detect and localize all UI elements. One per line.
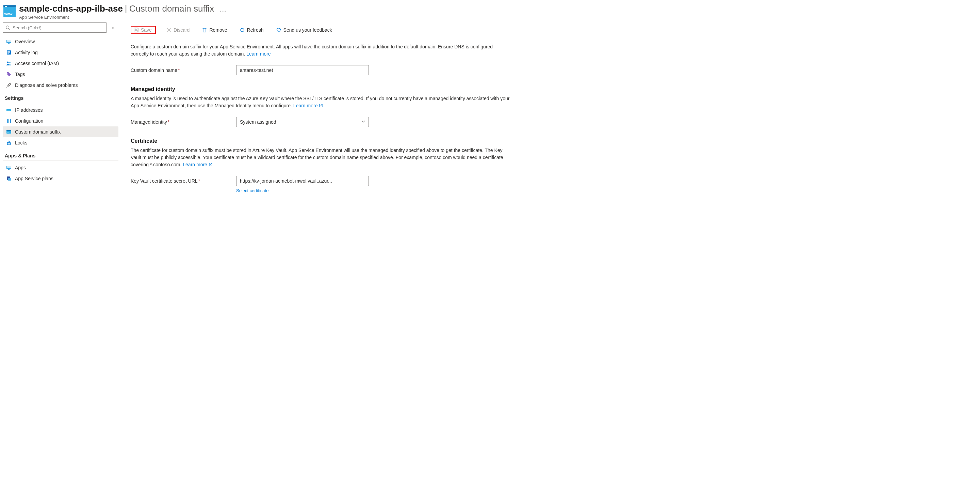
refresh-label: Refresh bbox=[247, 27, 264, 33]
sidebar-item-access-control[interactable]: Access control (IAM) bbox=[3, 58, 118, 69]
intro-paragraph: Configure a custom domain suffix for you… bbox=[130, 43, 512, 58]
sidebar-item-app-service-plans[interactable]: App Service plans bbox=[3, 173, 118, 184]
discard-label: Discard bbox=[173, 27, 189, 33]
required-asterisk: * bbox=[178, 67, 180, 73]
sidebar-group-settings: Settings bbox=[3, 91, 118, 103]
feedback-label: Send us your feedback bbox=[283, 27, 332, 33]
svg-rect-17 bbox=[8, 119, 10, 123]
sidebar-item-label: Overview bbox=[15, 39, 35, 44]
sidebar-item-overview[interactable]: Overview bbox=[3, 36, 118, 47]
sidebar-item-tags[interactable]: Tags bbox=[3, 69, 118, 80]
blade-header: www sample-cdns-app-ilb-ase | Custom dom… bbox=[0, 0, 980, 22]
search-icon bbox=[5, 25, 10, 30]
sidebar-item-label: Locks bbox=[15, 140, 27, 145]
heart-icon bbox=[276, 27, 282, 33]
intro-text: Configure a custom domain suffix for you… bbox=[130, 44, 493, 57]
page-title: sample-cdns-app-ilb-ase | Custom domain … bbox=[19, 3, 977, 14]
refresh-icon bbox=[240, 27, 245, 33]
sidebar-item-ip-addresses[interactable]: IP addresses bbox=[3, 105, 118, 115]
sidebar-item-label: Activity log bbox=[15, 50, 38, 55]
ip-addresses-icon bbox=[6, 107, 11, 113]
blade-name: Custom domain suffix bbox=[129, 3, 215, 14]
sidebar-item-diagnose[interactable]: Diagnose and solve problems bbox=[3, 80, 118, 91]
sidebar-item-label: Access control (IAM) bbox=[15, 61, 59, 66]
svg-rect-8 bbox=[8, 53, 9, 54]
sidebar-item-configuration[interactable]: Configuration bbox=[3, 115, 118, 126]
select-certificate-link[interactable]: Select certificate bbox=[236, 188, 269, 193]
app-service-plans-icon bbox=[6, 176, 11, 181]
title-separator: | bbox=[125, 3, 127, 14]
collapse-sidebar-button[interactable]: « bbox=[110, 24, 117, 31]
svg-rect-16 bbox=[7, 119, 8, 123]
svg-rect-31 bbox=[135, 30, 137, 32]
tags-icon bbox=[6, 72, 11, 77]
svg-rect-28 bbox=[8, 178, 11, 181]
svg-line-1 bbox=[9, 29, 10, 30]
resource-type-icon: www bbox=[3, 5, 16, 17]
managed-identity-select[interactable] bbox=[236, 117, 369, 127]
more-actions-button[interactable]: … bbox=[216, 5, 230, 13]
sidebar-search-input[interactable] bbox=[3, 22, 107, 33]
save-icon bbox=[134, 27, 139, 33]
sidebar-item-label: Tags bbox=[15, 72, 25, 77]
command-bar: Save Discard Remove bbox=[130, 22, 973, 37]
svg-point-14 bbox=[8, 110, 9, 110]
kv-url-label: Key Vault certificate secret URL bbox=[130, 178, 198, 184]
required-asterisk: * bbox=[168, 119, 169, 125]
sidebar-nav: « Overview Activity log bbox=[0, 22, 120, 492]
sidebar-item-label: Apps bbox=[15, 165, 26, 170]
sidebar-item-apps[interactable]: Apps bbox=[3, 162, 118, 173]
configuration-icon bbox=[6, 118, 11, 124]
refresh-button[interactable]: Refresh bbox=[237, 26, 266, 34]
learn-more-link[interactable]: Learn more bbox=[247, 51, 271, 57]
svg-rect-23 bbox=[8, 142, 11, 145]
remove-label: Remove bbox=[209, 27, 227, 33]
activity-log-icon bbox=[6, 50, 11, 55]
custom-domain-input[interactable] bbox=[236, 65, 369, 75]
certificate-heading: Certificate bbox=[130, 138, 973, 144]
save-button[interactable]: Save bbox=[130, 26, 156, 34]
resource-type-label: App Service Environment bbox=[19, 14, 977, 20]
discard-icon bbox=[166, 27, 172, 33]
certificate-description: The certificate for custom domain suffix… bbox=[130, 147, 512, 168]
custom-domain-suffix-icon bbox=[6, 129, 11, 134]
required-asterisk: * bbox=[198, 178, 200, 184]
svg-rect-25 bbox=[7, 166, 11, 168]
custom-domain-label: Custom domain name bbox=[130, 67, 177, 73]
svg-rect-3 bbox=[7, 40, 11, 42]
svg-point-13 bbox=[7, 110, 8, 110]
remove-icon bbox=[202, 27, 207, 33]
main-content: Save Discard Remove bbox=[120, 22, 980, 492]
svg-rect-22 bbox=[7, 133, 9, 133]
sidebar-group-apps-plans: Apps & Plans bbox=[3, 148, 118, 161]
feedback-button[interactable]: Send us your feedback bbox=[274, 26, 334, 34]
remove-button[interactable]: Remove bbox=[200, 26, 229, 34]
external-link-icon bbox=[208, 163, 213, 167]
kv-url-field: Key Vault certificate secret URL* bbox=[130, 176, 973, 186]
svg-rect-21 bbox=[7, 132, 10, 132]
svg-rect-20 bbox=[6, 130, 11, 131]
resource-name: sample-cdns-app-ilb-ase bbox=[19, 3, 123, 14]
kv-url-input[interactable] bbox=[236, 176, 369, 186]
sidebar-item-locks[interactable]: Locks bbox=[3, 137, 118, 148]
sidebar-item-custom-domain-suffix[interactable]: Custom domain suffix bbox=[3, 126, 118, 137]
overview-icon bbox=[6, 39, 11, 44]
managed-identity-label: Managed identity bbox=[130, 119, 167, 125]
diagnose-icon bbox=[6, 83, 11, 88]
save-label: Save bbox=[141, 27, 152, 33]
svg-point-11 bbox=[8, 73, 8, 73]
certificate-learn-more-link[interactable]: Learn more bbox=[183, 162, 213, 167]
access-control-icon bbox=[6, 61, 11, 66]
apps-icon bbox=[6, 165, 11, 170]
managed-identity-learn-more-link[interactable]: Learn more bbox=[293, 103, 323, 109]
svg-rect-26 bbox=[8, 169, 10, 170]
discard-button[interactable]: Discard bbox=[164, 26, 192, 34]
sidebar-item-label: App Service plans bbox=[15, 176, 53, 181]
sidebar-item-label: Diagnose and solve problems bbox=[15, 83, 78, 88]
svg-rect-29 bbox=[134, 28, 138, 32]
sidebar-item-activity-log[interactable]: Activity log bbox=[3, 47, 118, 58]
svg-rect-30 bbox=[135, 28, 137, 29]
sidebar-item-label: Configuration bbox=[15, 118, 43, 124]
svg-rect-34 bbox=[203, 29, 206, 32]
svg-rect-6 bbox=[8, 51, 10, 52]
